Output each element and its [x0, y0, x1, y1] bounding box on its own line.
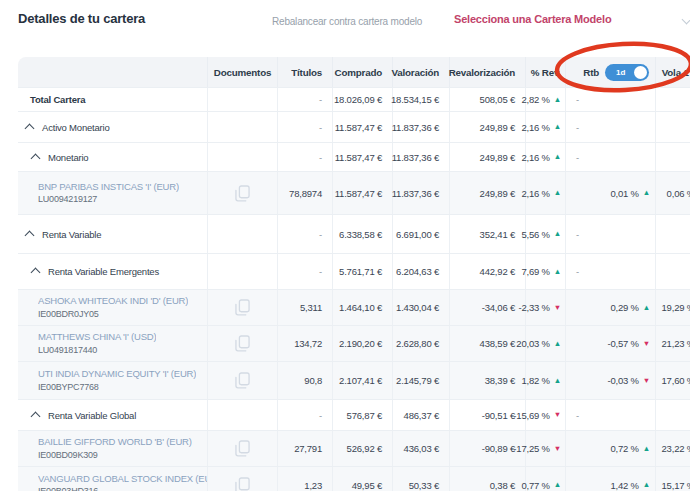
fund-name-link[interactable]: BAILLIE GIFFORD WORLD 'B' (EUR): [38, 436, 192, 449]
rtb-dash: -: [576, 266, 579, 277]
rtb-value: -0,03 %: [607, 375, 638, 386]
revalorizacion-cell: 249,89 €: [449, 143, 525, 171]
portfolio-table: Documentos Títulos Comprado Valoración R…: [18, 57, 690, 491]
documents-icon[interactable]: [235, 477, 250, 491]
name-cell: Renta Variable Emergentes: [18, 254, 207, 289]
valoracion-cell: 436,03 €: [392, 431, 449, 466]
revalorizacion-cell: 38,39 €: [449, 362, 525, 399]
table-row-uti-india-dynamic-equity-i-eur: UTI INDIA DYNAMIC EQUITY 'I' (EUR)IE00BY…: [18, 361, 690, 399]
rev-pct-cell: -15,69 %▼: [525, 400, 565, 430]
titulos-cell: -: [277, 143, 332, 171]
up-triangle-icon: ▲: [554, 268, 561, 276]
comprado-cell: 49,95 €: [332, 467, 392, 491]
fund-name-link[interactable]: MATTHEWS CHINA 'I' (USD): [38, 331, 156, 344]
revalorizacion-cell: 438,59 €: [449, 326, 525, 361]
header-rev-pct: % Rev.: [525, 57, 565, 87]
titulos-cell: -: [277, 400, 332, 430]
valoracion-cell: 2.628,80 €: [392, 326, 449, 361]
valoracion-cell: 486,37 €: [392, 400, 449, 430]
table-row-renta-variable-emergentes: Renta Variable Emergentes-5.761,71 €6.20…: [18, 253, 690, 289]
revalorizacion-cell: 442,92 €: [449, 254, 525, 289]
rev-pct-value: 2,16 %: [521, 152, 549, 163]
valoracion-cell: 11.837,36 €: [392, 112, 449, 142]
documentos-cell: [207, 326, 277, 361]
chevron-up-icon[interactable]: [31, 411, 41, 421]
fund-isin: IE00BDR0JY05: [38, 308, 188, 321]
select-model-portfolio-link[interactable]: Selecciona una Cartera Modelo: [454, 13, 611, 25]
chevron-up-icon[interactable]: [25, 123, 35, 133]
documents-icon[interactable]: [235, 372, 250, 389]
name-cell: BAILLIE GIFFORD WORLD 'B' (EUR)IE00BD09K…: [18, 431, 207, 466]
name-cell: Renta Variable: [18, 215, 207, 253]
header-titulos: Títulos: [277, 57, 332, 87]
header-rtb: Rtb 1d: [565, 57, 655, 87]
documentos-cell: [207, 467, 277, 491]
revalorizacion-cell: -34,06 €: [449, 290, 525, 325]
down-triangle-icon: ▼: [554, 304, 561, 312]
valoracion-cell: 11.837,36 €: [392, 143, 449, 171]
name-cell: Total Cartera: [18, 88, 207, 111]
rtb-cell: 0,72 %▲: [565, 431, 655, 466]
up-triangle-icon: ▲: [554, 481, 561, 489]
documents-icon[interactable]: [235, 440, 250, 457]
table-body: Total Cartera-18.026,09 €18.534,15 €508,…: [18, 87, 690, 491]
revalorizacion-cell: 0,38 €: [449, 467, 525, 491]
table-header: Documentos Títulos Comprado Valoración R…: [18, 57, 690, 87]
chevron-up-icon[interactable]: [31, 153, 41, 163]
fund-isin: IE00BD09K309: [38, 449, 192, 462]
fund-name-link[interactable]: ASHOKA WHITEOAK INDI 'D' (EUR): [38, 295, 188, 308]
valoracion-cell: 1.430,04 €: [392, 290, 449, 325]
fund-name-link[interactable]: VANGUARD GLOBAL STOCK INDEX (EURHDG...: [38, 473, 207, 486]
documents-icon[interactable]: [235, 299, 250, 316]
rtb-cell: -: [565, 88, 655, 111]
rtb-period-toggle[interactable]: 1d: [605, 64, 649, 81]
rtb-value: 1,42 %: [610, 480, 638, 491]
page-title: Detalles de tu cartera: [18, 11, 145, 26]
rtb-cell: -: [565, 254, 655, 289]
rev-pct-value: -15,69 %: [513, 410, 549, 421]
comprado-cell: 11.587,47 €: [332, 143, 392, 171]
header-revalorizacion: Revalorización: [449, 57, 525, 87]
section-label: Renta Variable Emergentes: [48, 266, 159, 277]
header-comprado: Comprado: [332, 57, 392, 87]
comprado-cell: 18.026,09 €: [332, 88, 392, 111]
chevron-up-icon[interactable]: [31, 268, 41, 278]
fund-name-link[interactable]: UTI INDIA DYNAMIC EQUITY 'I' (EUR): [38, 368, 196, 381]
name-cell: Activo Monetario: [18, 112, 207, 142]
up-triangle-icon: ▲: [554, 153, 561, 161]
revalorizacion-cell: 352,41 €: [449, 215, 525, 253]
fund-name-link[interactable]: BNP PARIBAS INSTICAS 'I' (EUR): [38, 181, 179, 194]
valoracion-cell: 18.534,15 €: [392, 88, 449, 111]
table-row-bnp-paribas-insticas-i-eur: BNP PARIBAS INSTICAS 'I' (EUR)LU00942191…: [18, 171, 690, 214]
fund-cell: BAILLIE GIFFORD WORLD 'B' (EUR)IE00BD09K…: [18, 436, 192, 461]
vola-1y-cell: 21,23 %: [655, 326, 690, 361]
documents-icon[interactable]: [235, 185, 250, 202]
table-row-monetario: Monetario-11.587,47 €11.837,36 €249,89 €…: [18, 142, 690, 171]
rev-pct-cell: -17,25 %▼: [525, 431, 565, 466]
rev-pct-cell: 2,16 %▲: [525, 143, 565, 171]
rev-pct-value: 5,56 %: [521, 229, 549, 240]
rev-pct-cell: 5,56 %▲: [525, 215, 565, 253]
rtb-cell: -: [565, 143, 655, 171]
documents-icon[interactable]: [235, 335, 250, 352]
rtb-dash: -: [576, 229, 579, 240]
valoracion-cell: 2.145,79 €: [392, 362, 449, 399]
valoracion-cell: 11.837,36 €: [392, 172, 449, 214]
chevron-down-icon[interactable]: [682, 15, 690, 25]
vola-1y-cell: [655, 400, 690, 430]
table-row-total-cartera: Total Cartera-18.026,09 €18.534,15 €508,…: [18, 87, 690, 111]
chevron-up-icon[interactable]: [25, 230, 35, 240]
comprado-cell: 576,87 €: [332, 400, 392, 430]
down-triangle-icon: ▼: [554, 445, 561, 453]
table-row-activo-monetario: Activo Monetario-11.587,47 €11.837,36 €2…: [18, 111, 690, 142]
rev-pct-value: 1,82 %: [521, 375, 549, 386]
rtb-cell: -: [565, 112, 655, 142]
header-name: [18, 57, 207, 87]
fund-isin: IE00BYPC7768: [38, 381, 196, 394]
section-label: Monetario: [48, 152, 88, 163]
documentos-cell: [207, 88, 277, 111]
vola-1y-cell: [655, 215, 690, 253]
rev-pct-value: 20,03 %: [516, 338, 549, 349]
rev-pct-value: -17,25 %: [513, 443, 549, 454]
rtb-cell: 0,01 %▲: [565, 172, 655, 214]
